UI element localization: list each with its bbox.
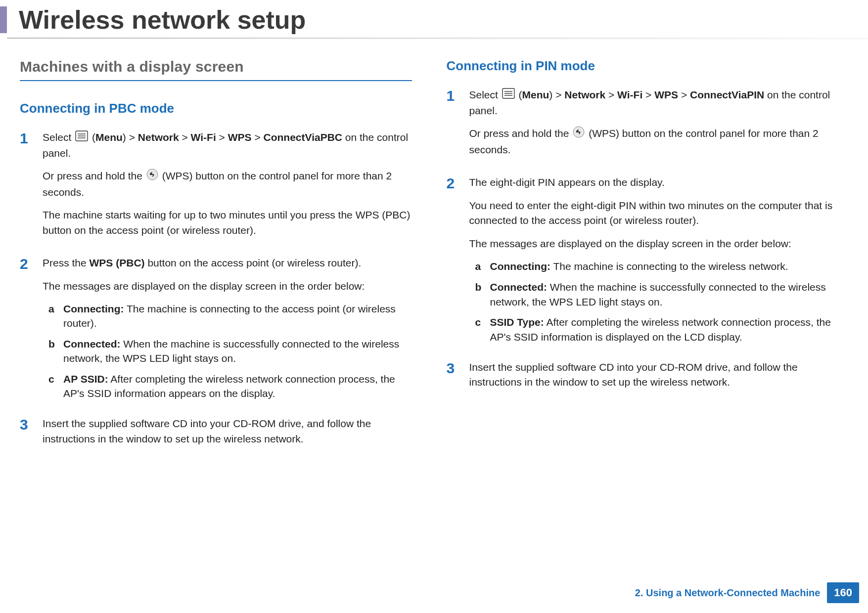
step-number: 3 (20, 416, 43, 432)
sub-letter: c (48, 372, 63, 387)
text: Press the (43, 257, 90, 268)
step-text: The messages are displayed on the displa… (43, 279, 412, 294)
step-text: Press the WPS (PBC) button on the access… (43, 256, 412, 270)
step-number: 2 (447, 175, 469, 191)
text: Or press and hold the (43, 170, 145, 181)
step-text: Or press and hold the (WPS) button on th… (43, 169, 412, 200)
text: button on the access point (or wireless … (145, 257, 362, 268)
left-column: Machines with a display screen Connectin… (20, 58, 412, 464)
sub-label: Connecting: (63, 303, 124, 314)
right-step-3: 3 Insert the supplied software CD into y… (447, 360, 839, 398)
step-body: Press the WPS (PBC) button on the access… (43, 256, 412, 406)
sub-text: SSID Type: After completing the wireless… (490, 315, 839, 344)
step-text: The messages are displayed on the displa… (469, 236, 839, 251)
substep-b: b Connected: When the machine is success… (475, 280, 839, 309)
section-title-left: Machines with a display screen (20, 58, 412, 81)
right-step-1: 1 Select (Menu) > Network > Wi-Fi > WPS … (447, 88, 839, 165)
text: The machine is connecting to the wireles… (550, 261, 788, 272)
substep-c: c SSID Type: After completing the wirele… (475, 315, 839, 344)
path-connectviapbc: ConnectViaPBC (264, 131, 342, 143)
step-text: Or press and hold the (WPS) button on th… (469, 126, 839, 157)
substeps: a Connecting: The machine is connecting … (469, 259, 839, 344)
subheading-pbc: Connecting in PBC mode (20, 101, 412, 116)
sub-text: Connected: When the machine is successfu… (63, 337, 412, 366)
path-wps: WPS (228, 131, 252, 143)
path-wifi: Wi-Fi (191, 131, 216, 143)
sub-text: Connecting: The machine is connecting to… (63, 302, 412, 331)
substep-c: c AP SSID: After completing the wireless… (48, 372, 412, 401)
right-column: Connecting in PIN mode 1 Select (Menu) >… (447, 58, 839, 464)
sub-text: Connecting: The machine is connecting to… (490, 259, 788, 273)
text: Select (469, 89, 501, 100)
content-columns: Machines with a display screen Connectin… (0, 39, 868, 464)
menu-label: Menu (95, 131, 123, 143)
path-network: Network (138, 131, 179, 143)
text: After completing the wireless network co… (63, 373, 395, 399)
step-text: The eight-digit PIN appears on the displ… (469, 175, 839, 190)
wps-icon (573, 126, 585, 142)
substep-a: a Connecting: The machine is connecting … (48, 302, 412, 331)
step-text: Insert the supplied software CD into you… (469, 360, 839, 390)
path-wifi: Wi-Fi (617, 89, 642, 100)
sub-text: Connected: When the machine is successfu… (490, 280, 839, 309)
step-body: Insert the supplied software CD into you… (43, 416, 412, 454)
step-text: Insert the supplied software CD into you… (43, 416, 412, 446)
step-text: Select (Menu) > Network > Wi-Fi > WPS > … (469, 88, 839, 118)
substeps: a Connecting: The machine is connecting … (43, 302, 412, 400)
sub-letter: b (48, 337, 63, 351)
menu-label: Menu (522, 89, 549, 100)
sub-label: SSID Type: (490, 316, 544, 328)
right-step-2: 2 The eight-digit PIN appears on the dis… (447, 175, 839, 350)
text: Or press and hold the (469, 128, 572, 139)
menu-icon (75, 131, 88, 145)
step-body: Select (Menu) > Network > Wi-Fi > WPS > … (469, 88, 839, 165)
subheading-pin: Connecting in PIN mode (447, 58, 839, 74)
path-connectviapin: ConnectViaPIN (690, 89, 764, 100)
sub-letter: a (475, 259, 490, 274)
left-step-2: 2 Press the WPS (PBC) button on the acce… (20, 256, 412, 406)
sub-text: AP SSID: After completing the wireless n… (63, 372, 412, 401)
path-network: Network (564, 89, 605, 100)
header-accent (0, 6, 7, 33)
step-number: 1 (447, 88, 469, 103)
sub-label: AP SSID: (63, 373, 108, 385)
step-number: 1 (20, 130, 43, 146)
step-text: The machine starts waiting for up to two… (43, 208, 412, 238)
sub-label: Connected: (63, 338, 121, 350)
step-text: Select (Menu) > Network > Wi-Fi > WPS > … (43, 130, 412, 161)
substep-a: a Connecting: The machine is connecting … (475, 259, 839, 274)
bold: WPS (PBC) (90, 257, 145, 268)
step-number: 3 (447, 360, 469, 376)
sub-letter: c (475, 315, 490, 330)
step-body: The eight-digit PIN appears on the displ… (469, 175, 839, 350)
page-title: Wireless network setup (19, 5, 306, 35)
step-body: Select (Menu) > Network > Wi-Fi > WPS > … (43, 130, 412, 246)
sub-label: Connected: (490, 281, 548, 293)
footer-chapter: 2. Using a Network-Connected Machine (635, 587, 821, 599)
text: Select (43, 131, 74, 143)
sub-label: Connecting: (490, 261, 550, 272)
left-step-1: 1 Select (Menu) > Network > Wi-Fi > WPS … (20, 130, 412, 246)
sub-letter: a (48, 302, 63, 316)
path-wps: WPS (654, 89, 678, 100)
footer: 2. Using a Network-Connected Machine 160 (635, 582, 859, 603)
page-header: Wireless network setup (0, 0, 868, 35)
wps-icon (146, 169, 158, 184)
step-text: You need to enter the eight-digit PIN wi… (469, 198, 839, 228)
page-number: 160 (827, 582, 859, 603)
step-body: Insert the supplied software CD into you… (469, 360, 839, 398)
left-step-3: 3 Insert the supplied software CD into y… (20, 416, 412, 454)
menu-icon (502, 88, 515, 103)
sub-letter: b (475, 280, 490, 295)
step-number: 2 (20, 256, 43, 271)
substep-b: b Connected: When the machine is success… (48, 337, 412, 366)
